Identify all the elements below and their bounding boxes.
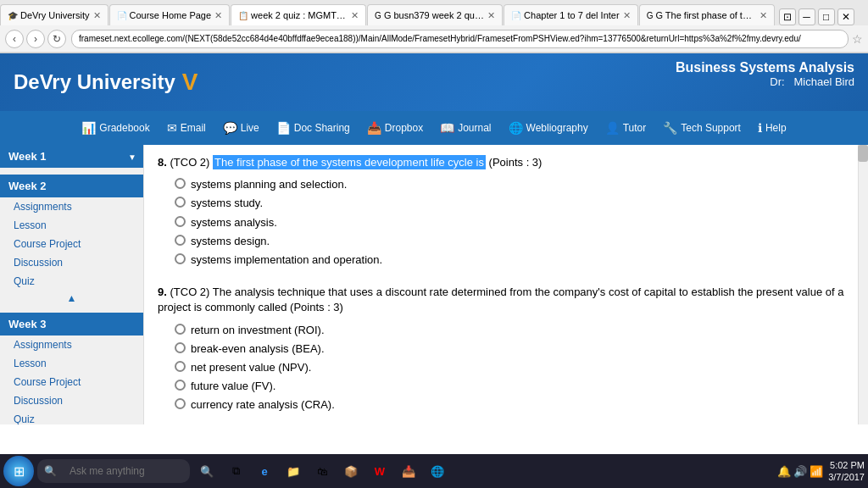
nav-tutor[interactable]: 👤 Tutor — [597, 121, 655, 135]
sidebar-item-discussion-w2[interactable]: Discussion — [0, 253, 143, 272]
question-9-content: (TCO 2) The analysis technique that uses… — [158, 286, 843, 313]
taskbar-task-icon[interactable]: ⧉ — [222, 458, 249, 485]
bookmark-icon[interactable]: ☆ — [852, 32, 863, 46]
nav-bar: 📊 Gradebook ✉ Email 💬 Live 📄 Doc Sharing… — [0, 111, 868, 145]
sidebar-item-quiz-w3[interactable]: Quiz — [0, 410, 143, 424]
tab-coursehome[interactable]: 📄 Course Home Page ✕ — [109, 4, 231, 25]
sidebar: Week 1 ▼ Week 2 Assignments Lesson Cours… — [0, 145, 144, 424]
option-9-b-text: break-even analysis (BEA). — [191, 341, 325, 357]
sidebar-item-assignments-w3[interactable]: Assignments — [0, 336, 143, 354]
sidebar-item-lesson-w2[interactable]: Lesson — [0, 216, 143, 235]
nav-dropbox[interactable]: 📥 Dropbox — [359, 121, 431, 135]
taskbar-edge-icon[interactable]: e — [251, 458, 278, 485]
back-button[interactable]: ‹ — [5, 30, 24, 48]
nav-docsharing[interactable]: 📄 Doc Sharing — [268, 121, 359, 135]
nav-webliography[interactable]: 🌐 Webliography — [500, 121, 597, 135]
new-tab-button[interactable]: ⊡ — [779, 8, 796, 25]
nav-journal[interactable]: 📖 Journal — [431, 121, 499, 135]
tab-devry[interactable]: 🎓 DeVry University ✕ — [0, 4, 108, 25]
minimize-button[interactable]: ─ — [798, 8, 815, 25]
tab-favicon-busn379: G — [375, 11, 381, 20]
radio-9-e[interactable] — [175, 398, 186, 409]
start-button[interactable]: ⊞ — [3, 456, 34, 486]
radio-9-d[interactable] — [175, 380, 186, 391]
taskbar-chrome-icon[interactable]: 🌐 — [424, 458, 451, 485]
tab-busn379[interactable]: G G busn379 week 2 quiz - ✕ — [367, 4, 503, 25]
maximize-button[interactable]: □ — [818, 8, 835, 25]
tab-title-devry: DeVry University — [20, 10, 90, 20]
taskbar-wps-icon[interactable]: W — [366, 458, 393, 485]
taskbar-volume-icon[interactable]: 🔊 — [793, 465, 807, 478]
refresh-button[interactable]: ↻ — [47, 30, 66, 48]
taskbar-clock: 5:02 PM — [828, 459, 865, 471]
question-9-option-b: break-even analysis (BEA). — [175, 341, 844, 357]
taskbar-dropbox-taskbar-icon[interactable]: 📥 — [395, 458, 422, 485]
nav-email[interactable]: ✉ Email — [159, 121, 214, 135]
radio-8-b[interactable] — [175, 197, 186, 208]
radio-9-a[interactable] — [175, 324, 186, 335]
nav-help[interactable]: ℹ Help — [749, 121, 795, 135]
option-9-e-text: currency rate analysis (CRA). — [191, 397, 335, 413]
taskbar-cortana-icon[interactable]: 🔍 — [193, 458, 220, 485]
radio-8-d[interactable] — [175, 235, 186, 246]
taskbar-icons: 🔍 ⧉ e 📁 🛍 📦 W 📥 🌐 — [193, 458, 451, 485]
sidebar-item-courseproject-w2[interactable]: Course Project — [0, 235, 143, 253]
sidebar-week1[interactable]: Week 1 ▼ — [0, 145, 143, 168]
taskbar-files-icon[interactable]: 📁 — [280, 458, 307, 485]
question-8-option-b: systems study. — [175, 196, 844, 211]
radio-8-c[interactable] — [175, 216, 186, 227]
taskbar: ⊞ 🔍 🔍 ⧉ e 📁 🛍 📦 W 📥 🌐 🔔 🔊 📶 5:02 PM 3/7/… — [0, 454, 868, 488]
close-button[interactable]: ✕ — [837, 8, 854, 25]
nav-techsupport[interactable]: 🔧 Tech Support — [654, 121, 749, 135]
nav-journal-label: Journal — [458, 122, 491, 134]
question-9-options: return on investment (ROI). break-even a… — [175, 323, 844, 413]
search-bar[interactable]: 🔍 — [37, 459, 190, 483]
tab-close-firstphase[interactable]: ✕ — [760, 10, 767, 21]
option-8-e-text: systems implementation and operation. — [191, 252, 382, 268]
radio-9-c[interactable] — [175, 361, 186, 372]
radio-8-e[interactable] — [175, 253, 186, 264]
tab-close-chapter[interactable]: ✕ — [623, 10, 631, 21]
sidebar-week2[interactable]: Week 2 — [0, 175, 143, 197]
radio-9-b[interactable] — [175, 342, 186, 353]
week2-label: Week 2 — [8, 180, 47, 192]
tab-title-chapter: Chapter 1 to 7 del Inter — [524, 10, 620, 20]
tab-chapter[interactable]: 📄 Chapter 1 to 7 del Inter ✕ — [504, 4, 638, 25]
tab-close-busn379[interactable]: ✕ — [487, 10, 495, 21]
url-bar[interactable] — [71, 30, 849, 48]
sidebar-item-courseproject-w3[interactable]: Course Project — [0, 373, 143, 391]
taskbar-amazon-icon[interactable]: 📦 — [337, 458, 364, 485]
tab-quiz[interactable]: 📋 week 2 quiz : MGMT 34 ✕ — [231, 4, 366, 25]
taskbar-network-icon[interactable]: 📶 — [810, 465, 823, 478]
tab-close-quiz[interactable]: ✕ — [351, 10, 359, 21]
nav-gradebook[interactable]: 📊 Gradebook — [73, 121, 158, 135]
week1-arrow-icon: ▼ — [128, 152, 136, 161]
taskbar-notification-icon[interactable]: 🔔 — [777, 465, 791, 478]
live-icon: 💬 — [223, 121, 237, 135]
question-9: 9. (TCO 2) The analysis technique that u… — [158, 285, 844, 413]
question-9-num: 9. — [158, 286, 167, 298]
sidebar-item-assignments-w2[interactable]: Assignments — [0, 197, 143, 216]
tab-close-coursehome[interactable]: ✕ — [214, 10, 222, 21]
question-8-highlighted: The first phase of the systems developme… — [213, 155, 486, 169]
search-input[interactable] — [61, 459, 180, 483]
forward-button[interactable]: › — [26, 30, 45, 48]
sidebar-item-discussion-w3[interactable]: Discussion — [0, 391, 143, 410]
option-9-d-text: future value (FV). — [191, 379, 275, 394]
taskbar-store-icon[interactable]: 🛍 — [309, 458, 336, 485]
scrollbar-thumb[interactable] — [858, 145, 868, 162]
tab-close-devry[interactable]: ✕ — [93, 10, 101, 21]
journal-icon: 📖 — [440, 121, 454, 135]
nav-live[interactable]: 💬 Live — [214, 121, 268, 135]
sidebar-item-lesson-w3[interactable]: Lesson — [0, 354, 143, 373]
instructor-name: Michael Bird — [793, 75, 854, 88]
tab-firstphase[interactable]: G G The first phase of the s... ✕ — [639, 4, 775, 25]
sidebar-item-quiz-w2[interactable]: Quiz — [0, 272, 143, 291]
tab-favicon-coursehome: 📄 — [117, 11, 127, 20]
scrollbar-right[interactable] — [858, 145, 868, 424]
sidebar-week3[interactable]: Week 3 — [0, 313, 143, 336]
option-9-a-text: return on investment (ROI). — [191, 323, 325, 338]
content-area[interactable]: 8. (TCO 2) The first phase of the system… — [144, 145, 858, 424]
radio-8-a[interactable] — [175, 178, 186, 189]
week2-collapse-icon[interactable]: ▲ — [0, 291, 143, 306]
